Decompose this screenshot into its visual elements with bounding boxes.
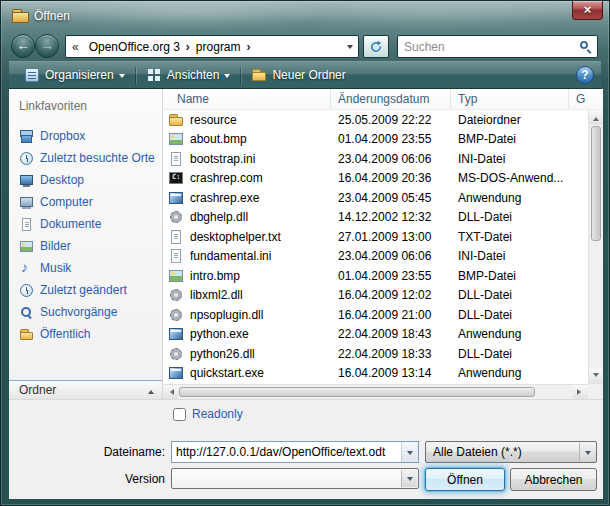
open-folder-icon (12, 9, 29, 23)
favorites-list: Dropbox Zuletzt besuchte Orte Desktop Co… (9, 125, 162, 345)
sidebar-item[interactable]: Zuletzt geändert (9, 279, 162, 301)
file-name: python26.dll (184, 347, 331, 361)
vertical-scroll-thumb[interactable] (591, 126, 601, 241)
readonly-label[interactable]: Readonly (192, 407, 243, 421)
file-date: 16.04.2009 21:00 (331, 308, 451, 322)
file-row[interactable]: fundamental.ini 23.04.2009 06:06 INI-Dat… (163, 247, 588, 267)
file-row[interactable]: bootstrap.ini 23.04.2009 06:06 INI-Datei (163, 149, 588, 169)
main-content: Linkfavoriten Dropbox Zuletzt besuchte O… (9, 89, 603, 399)
file-icon (168, 131, 184, 147)
views-button[interactable]: Ansichten (138, 64, 239, 86)
file-row[interactable]: libxml2.dll 16.04.2009 12:02 DLL-Datei (163, 286, 588, 306)
sidebar-item-icon (19, 151, 34, 166)
file-date: 14.12.2002 12:32 (331, 210, 451, 224)
back-button[interactable] (11, 34, 35, 58)
file-date: 16.04.2009 12:02 (331, 288, 451, 302)
file-name: quickstart.exe (184, 366, 331, 380)
search-input[interactable] (400, 37, 573, 56)
filename-dropdown-button[interactable] (401, 442, 418, 462)
version-dropdown-button[interactable] (401, 470, 417, 487)
horizontal-scrollbar[interactable] (163, 384, 588, 399)
file-row[interactable]: python26.dll 22.04.2009 18:33 DLL-Datei (163, 344, 588, 364)
sidebar-item[interactable]: Desktop (9, 169, 162, 191)
column-header-name[interactable]: Name (163, 89, 331, 109)
new-folder-icon (251, 67, 267, 83)
organize-icon (24, 67, 40, 83)
column-header-size[interactable]: G (569, 89, 603, 109)
sidebar-item[interactable]: Öffentlich (9, 323, 162, 345)
file-row[interactable]: npsoplugin.dll 16.04.2009 21:00 DLL-Date… (163, 305, 588, 325)
file-row[interactable]: crashrep.com 16.04.2009 20:36 MS-DOS-Anw… (163, 169, 588, 189)
file-icon (168, 209, 184, 225)
file-row[interactable]: python.exe 22.04.2009 18:43 Anwendung (163, 325, 588, 345)
file-row[interactable]: quickstart.exe 16.04.2009 13:14 Anwendun… (163, 364, 588, 384)
views-label: Ansichten (167, 68, 220, 82)
close-button[interactable] (572, 1, 603, 20)
search-icon[interactable] (580, 41, 588, 49)
sidebar-item[interactable]: Computer (9, 191, 162, 213)
file-date: 23.04.2009 06:06 (331, 249, 451, 263)
open-button[interactable]: Öffnen (425, 468, 505, 491)
file-row[interactable]: intro.bmp 01.04.2009 23:55 BMP-Datei (163, 266, 588, 286)
help-button[interactable] (576, 66, 594, 84)
file-type: Anwendung (451, 191, 569, 205)
toolbar-separator (240, 67, 241, 84)
sidebar-item-label: Zuletzt besuchte Orte (40, 151, 155, 165)
cancel-button[interactable]: Abbrechen (510, 468, 597, 491)
file-row[interactable]: about.bmp 01.04.2009 23:55 BMP-Datei (163, 130, 588, 150)
file-type: BMP-Datei (451, 269, 569, 283)
column-header-type[interactable]: Typ (451, 89, 569, 109)
sidebar-item[interactable]: Suchvorgänge (9, 301, 162, 323)
organize-button[interactable]: Organisieren (16, 64, 133, 86)
readonly-checkbox[interactable] (173, 408, 186, 421)
file-list: resource 25.05.2009 22:22 Dateiordner ab… (163, 110, 588, 384)
sidebar-item[interactable]: Dokumente (9, 213, 162, 235)
sidebar-item[interactable]: Bilder (9, 235, 162, 257)
file-row[interactable]: dbghelp.dll 14.12.2002 12:32 DLL-Datei (163, 208, 588, 228)
new-folder-button[interactable]: Neuer Ordner (243, 64, 353, 86)
breadcrumb-overflow-icon[interactable] (66, 40, 84, 54)
vertical-scrollbar[interactable] (588, 110, 603, 384)
arrow-up-icon (593, 114, 599, 121)
scroll-left-button[interactable] (163, 385, 178, 399)
horizontal-scroll-thumb[interactable] (179, 387, 535, 397)
sidebar-item[interactable]: Dropbox (9, 125, 162, 147)
column-header-date[interactable]: Änderungsdatum (331, 89, 451, 109)
folders-expander[interactable]: Ordner (9, 380, 162, 399)
forward-arrow-icon (41, 39, 54, 53)
file-type: BMP-Datei (451, 132, 569, 146)
filename-input[interactable] (173, 443, 400, 461)
file-type: Anwendung (451, 327, 569, 341)
refresh-icon (369, 40, 383, 54)
breadcrumb-separator-icon[interactable] (246, 40, 252, 54)
breadcrumb-segment[interactable]: program (191, 39, 246, 55)
chevron-down-icon (224, 74, 230, 81)
scroll-down-button[interactable] (589, 369, 603, 384)
file-row[interactable]: desktophelper.txt 27.01.2009 13:00 TXT-D… (163, 227, 588, 247)
help-icon (581, 68, 588, 82)
file-row[interactable]: crashrep.exe 23.04.2009 05:45 Anwendung (163, 188, 588, 208)
file-row[interactable]: resource 25.05.2009 22:22 Dateiordner (163, 110, 588, 130)
close-icon (584, 3, 592, 17)
forward-button[interactable] (35, 34, 59, 58)
sidebar-item-icon (19, 173, 34, 188)
breadcrumb-segment[interactable]: OpenOffice.org 3 (84, 39, 185, 55)
file-icon (168, 151, 184, 167)
file-date: 27.01.2009 13:00 (331, 230, 451, 244)
breadcrumb-dropdown-button[interactable] (341, 41, 358, 52)
command-toolbar: Organisieren Ansichten Neuer Ordner (9, 61, 601, 89)
filename-label: Dateiname: (93, 445, 165, 459)
file-name: resource (184, 113, 331, 127)
filetype-dropdown-button[interactable] (579, 443, 595, 461)
filetype-combobox[interactable]: Alle Dateien (*.*) (425, 441, 597, 463)
scroll-right-button[interactable] (573, 385, 588, 399)
breadcrumb: OpenOffice.org 3 program (65, 35, 359, 58)
sidebar-item[interactable]: Zuletzt besuchte Orte (9, 147, 162, 169)
scroll-up-button[interactable] (589, 110, 603, 125)
file-name: dbghelp.dll (184, 210, 331, 224)
version-combobox[interactable] (171, 468, 419, 489)
sidebar-item-label: Zuletzt geändert (40, 283, 127, 297)
sidebar-item[interactable]: Musik (9, 257, 162, 279)
file-name: crashrep.com (184, 171, 331, 185)
refresh-button[interactable] (363, 35, 389, 58)
